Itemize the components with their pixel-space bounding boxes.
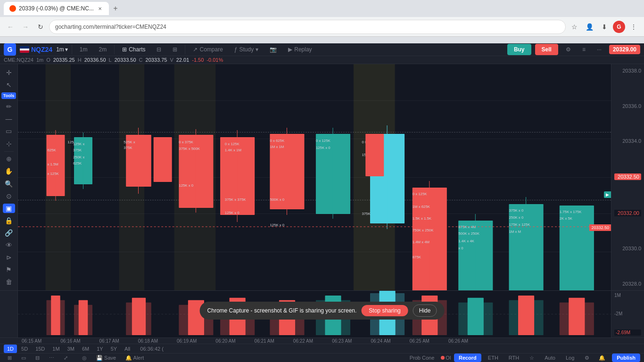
publish-btn[interactable]: Publish (612, 354, 640, 362)
vol-axis: 1M -2M -2.69M (611, 291, 644, 337)
timeframe-tabs: 1D 5D 15D 1M 3M 6M 1Y 5Y All (4, 345, 133, 353)
layout-icon-3[interactable]: ⊟ (32, 354, 43, 362)
1m-btn[interactable]: 1m (76, 44, 91, 55)
time-7: 06:21 AM (255, 338, 274, 344)
expand-tool[interactable]: ⊳ (3, 253, 15, 262)
sell-btn[interactable]: Sell (535, 44, 558, 55)
record-btn[interactable]: Record (454, 354, 481, 362)
prob-cone-btn[interactable]: Prob Cone (406, 354, 438, 362)
compare-btn[interactable]: ↗ Compare (189, 44, 226, 55)
grid-btn[interactable]: ⊞ (169, 44, 181, 55)
replay-btn[interactable]: ▶ Replay (284, 44, 315, 55)
auto-btn[interactable]: Auto (541, 354, 559, 362)
svg-text:1.4K x 4K: 1.4K x 4K (458, 239, 475, 243)
svg-rect-47 (365, 134, 384, 176)
tab-close-btn[interactable]: ✕ (97, 5, 103, 12)
drag-tool[interactable]: ✋ (3, 166, 15, 176)
layers-btn[interactable]: ≡ (578, 44, 589, 55)
settings-icon-status[interactable]: ⚙ (581, 354, 593, 362)
magnet-tool[interactable]: ⊙ (3, 191, 15, 201)
download-btn[interactable]: ⬇ (598, 20, 611, 33)
tf-all[interactable]: All (121, 345, 133, 353)
chart-canvas[interactable]: 125K X 375K x 125K 625K x 1.5M 125K x 37… (18, 64, 611, 290)
study-btn[interactable]: ƒ Study▾ (231, 44, 262, 55)
more-options-btn[interactable]: ··· (593, 44, 605, 55)
layout-icon-4[interactable]: ⋯ (45, 354, 58, 362)
tf-1m[interactable]: 1M (49, 345, 63, 353)
tf-5y[interactable]: 5Y (107, 345, 120, 353)
trash-tool[interactable]: 🗑 (3, 277, 15, 287)
settings-btn[interactable]: ⚙ (562, 44, 575, 55)
2m-btn[interactable]: 2m (95, 44, 110, 55)
back-btn[interactable]: ← (4, 20, 17, 33)
layout-btn[interactable]: ⊟ (153, 44, 165, 55)
tf-6m[interactable]: 6M (79, 345, 92, 353)
star-btn[interactable]: ☆ (526, 354, 538, 362)
svg-text:375K x 500K: 375K x 500K (179, 147, 200, 151)
price-level-2: 20336.0 (614, 103, 641, 109)
symbol-text[interactable]: NQZ24 (31, 46, 52, 53)
current-price-indicator: 20332.50 (589, 224, 611, 231)
arrow-tool[interactable]: ↖ (3, 80, 15, 90)
crosshair-tool[interactable]: ✛ (3, 68, 15, 77)
screenshot-btn[interactable]: ◎ (78, 354, 91, 362)
horizontal-line-tool[interactable]: — (3, 114, 15, 123)
save-btn[interactable]: 💾 Save (92, 354, 120, 362)
active-tab[interactable]: 20339 (-0.03%) @ CME:NC... ✕ (4, 2, 109, 15)
svg-text:125K x 0: 125K x 0 (316, 146, 330, 150)
buy-btn[interactable]: Buy (507, 44, 531, 55)
logo-btn[interactable]: G (4, 43, 16, 56)
stop-sharing-btn[interactable]: Stop sharing (361, 305, 408, 316)
pen-tool[interactable]: ✏ (3, 102, 15, 111)
measure-tool[interactable]: ⊹ (3, 139, 15, 148)
timeframe-btn[interactable]: 1m ▾ (56, 46, 68, 53)
layout-icon-2[interactable]: ▭ (17, 354, 30, 362)
charts-btn[interactable]: ⊞ Charts (118, 44, 149, 55)
forward-btn[interactable]: → (19, 20, 32, 33)
new-tab-btn[interactable]: + (109, 2, 122, 15)
lock-tool[interactable]: 🔒 (3, 216, 15, 225)
close-label: C (139, 57, 143, 63)
left-toolbar: ✛ ↖ Tools ✏ — ▭ ⊹ ⊕ ✋ 🔍 ⊙ ▣ 🔒 🔗 👁 ⊳ ⚑ 🗑 (0, 64, 18, 290)
flag-tool[interactable]: ⚑ (3, 265, 15, 274)
refresh-btn[interactable]: ↻ (34, 20, 47, 33)
vol-1m: 1M (614, 293, 641, 298)
notification-status[interactable]: 🔔 (595, 354, 609, 362)
tab-favicon (9, 5, 16, 12)
zoom-tool[interactable]: 🔍 (3, 179, 15, 188)
tf-15d[interactable]: 15D (32, 345, 48, 353)
eth-btn[interactable]: ETH (484, 354, 502, 362)
camera-btn[interactable]: 📷 (266, 44, 281, 55)
price-level-4: 20330.0 (614, 246, 641, 251)
layout-icon-1[interactable]: ⊞ (4, 354, 16, 362)
cursor-tool[interactable]: ⊕ (3, 154, 15, 164)
tf-5d[interactable]: 5D (18, 345, 31, 353)
alert-btn[interactable]: 🔔 Alert (122, 354, 148, 362)
tf-1y[interactable]: 1Y (93, 345, 106, 353)
bookmark-btn[interactable]: ☆ (568, 20, 581, 33)
account-btn[interactable]: 👤 (583, 20, 596, 33)
vol-current: -2.69M (614, 329, 641, 336)
link-tool[interactable]: 🔗 (3, 228, 15, 238)
rect-tool[interactable]: ▭ (3, 126, 15, 136)
top-toolbar: G NQZ24 1m ▾ 1m 2m ⊞ Charts ⊟ ⊞ ↗ Compar… (0, 43, 644, 56)
bottom-icons: ⊞ ▭ ⊟ ⋯ ⤢ (4, 354, 72, 362)
price-level-3: 20334.0 (614, 138, 641, 144)
tf-1d[interactable]: 1D (4, 345, 17, 353)
rth-btn[interactable]: RTH (505, 354, 523, 362)
address-bar[interactable]: gocharting.com/terminal?ticker=CMENQZ24 (49, 20, 566, 34)
fullscreen-btn[interactable]: ⤢ (60, 354, 72, 362)
svg-text:125K x: 125K x (73, 142, 84, 146)
hide-btn[interactable]: Hide (413, 304, 437, 317)
low-val: 20333.50 (115, 57, 136, 63)
svg-text:375K x 0: 375K x 0 (509, 208, 524, 213)
eye-tool[interactable]: 👁 (3, 240, 15, 250)
svg-text:1.5K x 1.5K: 1.5K x 1.5K (413, 216, 432, 221)
more-btn[interactable]: ⋮ (627, 20, 640, 33)
log-btn[interactable]: Log (562, 354, 578, 362)
svg-text:1.75K x 175K: 1.75K x 175K (560, 210, 582, 214)
active-tool[interactable]: ▣ (3, 204, 15, 213)
tf-3m[interactable]: 3M (64, 345, 78, 353)
profile-btn[interactable]: G (613, 21, 625, 33)
time-5: 06:19 AM (177, 338, 197, 344)
